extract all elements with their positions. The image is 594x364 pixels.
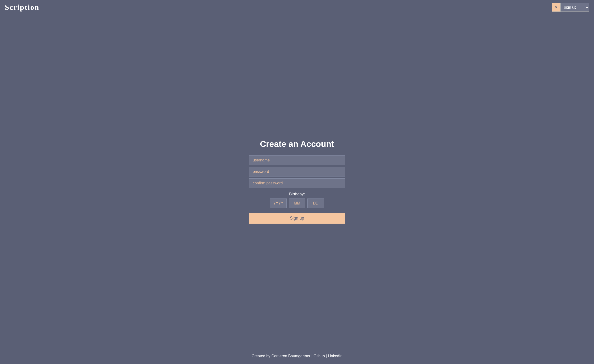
confirm-password-input[interactable]: [249, 178, 345, 188]
password-input[interactable]: [249, 167, 345, 176]
github-link[interactable]: Github: [314, 354, 325, 358]
nav-select[interactable]: sign up log in: [560, 3, 589, 12]
birthday-row: [249, 199, 345, 208]
linkedin-link[interactable]: LinkedIn: [328, 354, 343, 358]
username-input[interactable]: [249, 156, 345, 165]
footer: Created by Cameron Baumgartner | Github …: [0, 348, 594, 364]
main-content: Create an Account Birthday: Sign up: [0, 15, 594, 348]
month-input[interactable]: [289, 199, 305, 208]
header: Scription × sign up log in: [0, 0, 594, 15]
close-button[interactable]: ×: [552, 3, 560, 12]
year-input[interactable]: [270, 199, 287, 208]
footer-separator: |: [325, 354, 328, 358]
page-title: Create an Account: [260, 139, 334, 149]
logo: Scription: [5, 3, 39, 12]
birthday-label: Birthday:: [249, 192, 345, 197]
footer-creator-text: Created by Cameron Baumgartner |: [251, 354, 314, 358]
day-input[interactable]: [307, 199, 324, 208]
header-right: × sign up log in: [552, 3, 589, 12]
signup-button[interactable]: Sign up: [249, 213, 345, 224]
form-container: Create an Account Birthday: Sign up: [249, 139, 345, 224]
